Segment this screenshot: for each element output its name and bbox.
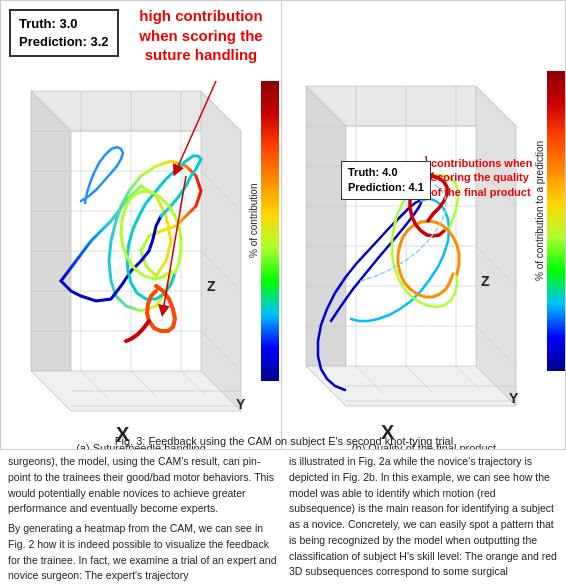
trajectory-svg-right: X Y Z	[281, 1, 566, 450]
svg-text:Y: Y	[236, 396, 246, 412]
truth-box-right: Truth: 4.0 Prediction: 4.1	[341, 161, 431, 200]
text-col1: surgeons), the model, using the CAM's re…	[8, 454, 277, 517]
colorbar-right	[547, 71, 565, 371]
colorbar-gradient-right	[547, 71, 565, 371]
subfig-right: Truth: 4.0 Prediction: 4.1 contributions…	[281, 1, 566, 450]
svg-text:Z: Z	[207, 278, 216, 294]
svg-text:Z: Z	[481, 273, 490, 289]
trajectory-svg-left: X Y Z	[1, 1, 281, 450]
colorbar-label-right: % of contribution to a prediction	[534, 41, 545, 381]
annotation-high-contribution: high contributionwhen scoring thesuture …	[136, 6, 266, 65]
colorbar-label-left: % of contribution	[248, 51, 259, 391]
text-col1-cont: By generating a heatmap from the CAM, we…	[8, 521, 277, 584]
colorbar-gradient-left	[261, 81, 279, 381]
page-container: Truth: 3.0 Prediction: 3.2 high contribu…	[0, 0, 566, 588]
figure-caption: Fig. 3: Feedback using the CAM on subjec…	[1, 433, 566, 449]
truth-label-right: Truth: 4.0	[348, 165, 424, 180]
svg-text:Y: Y	[509, 390, 519, 406]
truth-label-left: Truth: 3.0	[19, 15, 109, 33]
figure-area: Truth: 3.0 Prediction: 3.2 high contribu…	[0, 0, 566, 450]
colorbar-left	[261, 81, 279, 381]
text-body: surgeons), the model, using the CAM's re…	[0, 450, 566, 588]
annotation-contributions-right: contributions whenscoring the qualityof …	[431, 156, 541, 199]
truth-box-left: Truth: 3.0 Prediction: 3.2	[9, 9, 119, 57]
subfig-left: Truth: 3.0 Prediction: 3.2 high contribu…	[1, 1, 281, 450]
text-col2: is illustrated in Fig. 2a while the novi…	[289, 454, 558, 580]
svg-marker-28	[476, 86, 516, 406]
prediction-label-left: Prediction: 3.2	[19, 33, 109, 51]
svg-marker-2	[201, 91, 241, 411]
prediction-label-right: Prediction: 4.1	[348, 180, 424, 195]
